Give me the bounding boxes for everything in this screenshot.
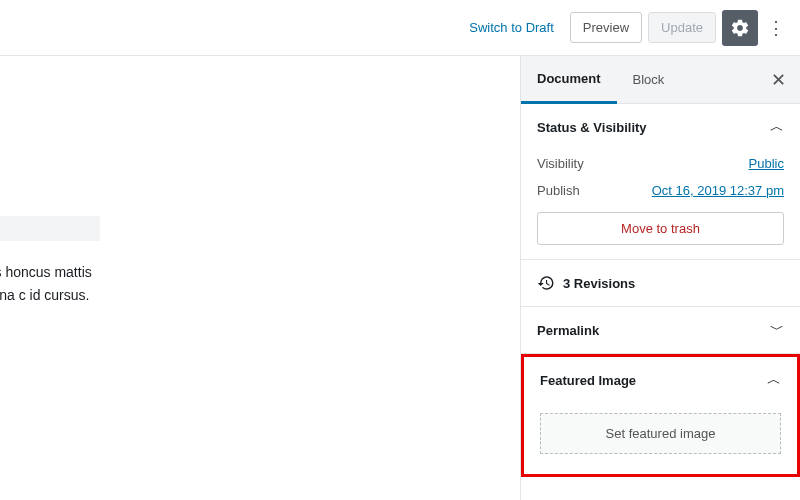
editor-canvas: erra nibh cras mauris honcus mattis est …: [0, 56, 520, 500]
featured-image-toggle[interactable]: Featured Image ︿: [524, 357, 797, 403]
visibility-row: Visibility Public: [537, 150, 784, 177]
chevron-up-icon: ︿: [767, 371, 781, 389]
close-sidebar-button[interactable]: ✕: [757, 69, 800, 91]
chevron-up-icon: ︿: [770, 118, 784, 136]
editor-topbar: Switch to Draft Preview Update ⋮: [0, 0, 800, 56]
visibility-label: Visibility: [537, 156, 584, 171]
permalink-toggle[interactable]: Permalink ﹀: [521, 307, 800, 353]
switch-to-draft-link[interactable]: Switch to Draft: [459, 14, 564, 41]
close-icon: ✕: [771, 70, 786, 90]
paragraph-text[interactable]: erra nibh cras mauris honcus mattis est …: [0, 261, 100, 330]
settings-button[interactable]: [722, 10, 758, 46]
featured-image-panel: Featured Image ︿ Set featured image: [521, 354, 800, 477]
settings-sidebar: Document Block ✕ Status & Visibility ︿ V…: [520, 56, 800, 500]
gear-icon: [730, 18, 750, 38]
sidebar-tabs: Document Block ✕: [521, 56, 800, 104]
block-placeholder: [0, 216, 100, 241]
tab-document[interactable]: Document: [521, 56, 617, 104]
set-featured-image-button[interactable]: Set featured image: [540, 413, 781, 454]
publish-row: Publish Oct 16, 2019 12:37 pm: [537, 177, 784, 204]
publish-value[interactable]: Oct 16, 2019 12:37 pm: [652, 183, 784, 198]
move-to-trash-button[interactable]: Move to trash: [537, 212, 784, 245]
revisions-label: 3 Revisions: [563, 276, 635, 291]
update-button: Update: [648, 12, 716, 43]
tab-block[interactable]: Block: [617, 56, 681, 104]
visibility-value[interactable]: Public: [749, 156, 784, 171]
kebab-icon: ⋮: [767, 17, 785, 39]
status-visibility-toggle[interactable]: Status & Visibility ︿: [521, 104, 800, 150]
revisions-row[interactable]: 3 Revisions: [521, 260, 800, 307]
history-icon: [537, 274, 555, 292]
publish-label: Publish: [537, 183, 580, 198]
panel-title: Status & Visibility: [537, 120, 647, 135]
panel-title: Permalink: [537, 323, 599, 338]
featured-image-body: Set featured image: [524, 403, 797, 474]
status-visibility-panel: Status & Visibility ︿ Visibility Public …: [521, 104, 800, 260]
permalink-panel: Permalink ﹀: [521, 307, 800, 354]
content-block: erra nibh cras mauris honcus mattis est …: [0, 216, 100, 330]
preview-button[interactable]: Preview: [570, 12, 642, 43]
more-options-button[interactable]: ⋮: [764, 10, 788, 46]
status-visibility-body: Visibility Public Publish Oct 16, 2019 1…: [521, 150, 800, 259]
chevron-down-icon: ﹀: [770, 321, 784, 339]
panel-title: Featured Image: [540, 373, 636, 388]
